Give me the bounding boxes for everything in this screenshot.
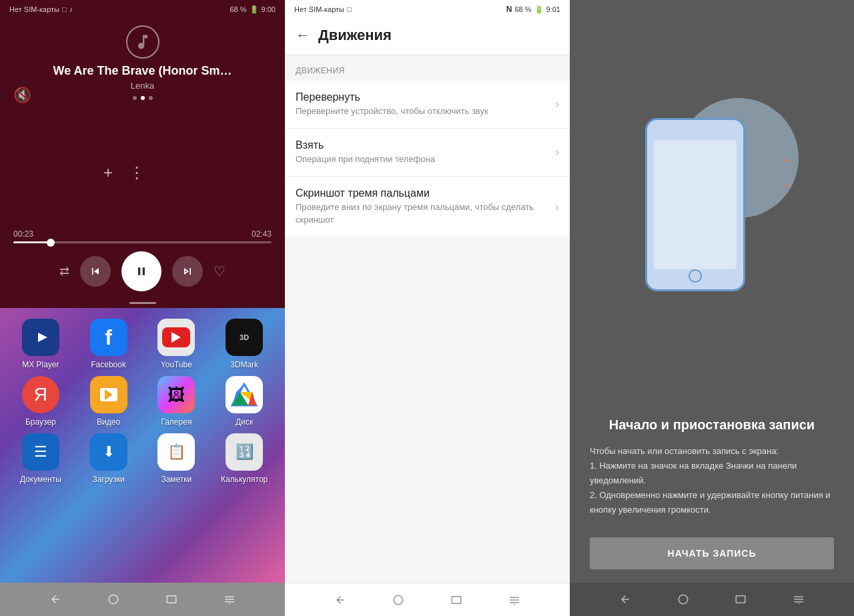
phone-screen [654, 140, 737, 269]
chevron-screenshot-icon: › [555, 200, 559, 214]
progress-bar[interactable] [13, 241, 272, 243]
dot-3 [149, 96, 153, 100]
svg-point-6 [394, 595, 403, 605]
3dmark-icon: 3D [226, 319, 263, 356]
settings-item-flip-content: Перевернуть Переверните устройство, чтоб… [296, 91, 555, 117]
start-recording-button[interactable]: НАЧАТЬ ЗАПИСЬ [590, 537, 834, 569]
settings-status-left: Нет SIM-карты □ [294, 5, 352, 13]
settings-item-flip-title: Перевернуть [296, 91, 555, 103]
settings-time: 9:01 [546, 5, 560, 13]
app-calculator[interactable]: 🔢 Калькулятор [218, 433, 271, 484]
app-row-1: MX Player f Facebook YouTube 3D 3DMar [7, 319, 278, 369]
panel-recording: ← ← Начало и приостановка записи Чтобы н… [570, 0, 854, 616]
sim-icon: □ [62, 5, 67, 13]
svg-point-4 [109, 595, 118, 604]
app-downloads[interactable]: ⬇ Загрузки [82, 433, 135, 484]
app-drive[interactable]: Диск [218, 376, 271, 427]
music-icon: ♪ [69, 5, 73, 13]
nav-back-btn[interactable] [47, 591, 63, 607]
mx-player-label: MX Player [22, 360, 59, 369]
phone-home-button [689, 269, 702, 283]
dot-2 [141, 96, 145, 100]
browser-label: Браузер [25, 417, 56, 427]
settings-battery-text: 68 % [515, 5, 532, 13]
right-nav-home-btn[interactable] [675, 591, 691, 607]
svg-rect-5 [167, 596, 176, 603]
settings-item-screenshot-title: Скриншот тремя пальцами [296, 187, 555, 199]
calculator-label: Калькулятор [221, 475, 268, 484]
calculator-icon: 🔢 [226, 433, 263, 471]
settings-status-right: N 68 % 🔋 9:01 [506, 5, 560, 14]
time-text: 9:00 [262, 5, 276, 13]
svg-rect-7 [452, 596, 461, 603]
app-gallery[interactable]: 🖼 Галерея [149, 376, 203, 427]
settings-system-nav [285, 583, 570, 616]
settings-nav-home-btn[interactable] [390, 592, 406, 608]
right-nav-back-btn[interactable] [617, 591, 633, 607]
right-nav-notif-btn[interactable] [791, 591, 807, 607]
app-mx-player[interactable]: MX Player [14, 319, 67, 369]
app-browser[interactable]: Я Браузер [14, 376, 67, 427]
mute-icon[interactable]: 🔇 [13, 87, 31, 104]
repeat-icon[interactable]: ⇄ [59, 264, 69, 279]
app-3dmark[interactable]: 3D 3DMark [218, 319, 271, 369]
prev-button[interactable] [80, 256, 111, 287]
next-button[interactable] [172, 256, 203, 287]
settings-item-pickup[interactable]: Взять Операция при поднятии телефона › [285, 129, 570, 177]
nav-notif-btn[interactable] [222, 591, 238, 607]
player-extra-actions: + ⋮ [103, 163, 145, 182]
right-nav-recent-btn[interactable] [733, 591, 749, 607]
add-icon[interactable]: + [103, 163, 113, 182]
app-video[interactable]: Видео [82, 376, 135, 427]
phone-illustration: ← ← [625, 98, 799, 325]
player-dots [133, 96, 153, 100]
app-youtube[interactable]: YouTube [149, 319, 203, 369]
settings-title: Движения [318, 27, 392, 44]
settings-nav-recent-btn[interactable] [448, 592, 464, 608]
panel-music-apps: Нет SIM-карты □ ♪ 68 % 🔋 9:00 We Are The… [0, 0, 285, 616]
player-title: We Are The Brave (Honor Sm… [53, 64, 232, 78]
youtube-label: YouTube [161, 360, 192, 369]
nav-home-btn[interactable] [105, 591, 121, 607]
settings-item-screenshot-content: Скриншот тремя пальцами Проведите вниз п… [296, 187, 555, 225]
chevron-flip-icon: › [555, 97, 559, 111]
settings-nav-notif-btn[interactable] [506, 592, 522, 608]
facebook-icon: f [90, 319, 127, 356]
pause-button[interactable] [121, 251, 161, 291]
prev-icon [89, 265, 102, 278]
facebook-label: Facebook [91, 360, 126, 369]
downloads-icon: ⬇ [90, 433, 127, 471]
drive-label: Диск [236, 417, 253, 427]
settings-section-header: ДВИЖЕНИЯ [285, 55, 570, 81]
chevron-pickup-icon: › [555, 145, 559, 159]
sim-text: Нет SIM-карты [9, 5, 59, 13]
pause-icon [135, 265, 148, 278]
player-logo [126, 25, 159, 59]
settings-item-screenshot[interactable]: Скриншот тремя пальцами Проведите вниз п… [285, 177, 570, 237]
heart-icon[interactable]: ♡ [214, 263, 226, 279]
youtube-icon [157, 319, 195, 356]
settings-item-pickup-content: Взять Операция при поднятии телефона [296, 139, 555, 165]
notes-icon: 📋 [157, 433, 195, 471]
3dmark-label: 3DMark [230, 360, 258, 369]
app-documents[interactable]: ☰ Документы [14, 433, 67, 484]
mx-player-icon [22, 319, 59, 356]
app-facebook[interactable]: f Facebook [82, 319, 135, 369]
status-bar-right: 68 % 🔋 9:00 [230, 5, 276, 14]
settings-nav-back-btn[interactable] [332, 592, 348, 608]
app-notes[interactable]: 📋 Заметки [149, 433, 203, 484]
settings-back-button[interactable]: ← [296, 28, 310, 43]
drive-icon [226, 376, 263, 413]
nav-recent-btn[interactable] [163, 591, 179, 607]
settings-sim-text: Нет SIM-карты [294, 5, 344, 13]
panel-settings: Нет SIM-карты □ N 68 % 🔋 9:01 ← Движения… [285, 0, 570, 616]
recording-description: Чтобы начать или остановить запись с экр… [590, 444, 834, 517]
settings-item-flip[interactable]: Перевернуть Переверните устройство, чтоб… [285, 81, 570, 129]
status-bar-music: Нет SIM-карты □ ♪ 68 % 🔋 9:00 [0, 0, 285, 19]
more-icon[interactable]: ⋮ [129, 163, 145, 182]
music-player: Нет SIM-карты □ ♪ 68 % 🔋 9:00 We Are The… [0, 0, 285, 308]
settings-n-icon: N [506, 5, 512, 14]
progress-fill [13, 241, 49, 243]
video-icon [90, 376, 127, 413]
documents-label: Документы [20, 475, 61, 484]
